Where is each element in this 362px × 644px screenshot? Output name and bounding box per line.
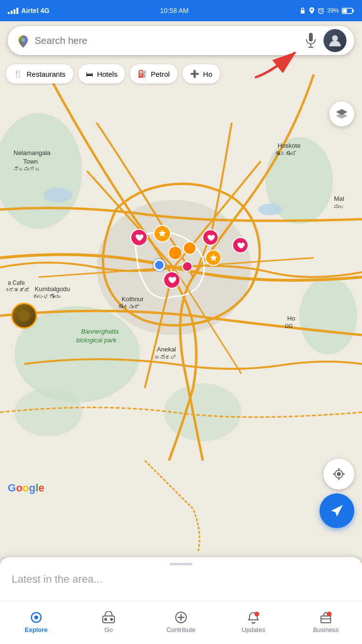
svg-point-34 [111,618,112,620]
map-label-biopark: biological park [76,336,116,344]
map-label-nelamangala: Nelamangala [14,149,51,156]
nav-go[interactable]: Go [72,607,145,633]
business-notification-dot [327,612,332,616]
map-label-ho-kn: ΩΩ [285,323,292,329]
svg-point-33 [105,618,107,620]
red-arrow-annotation [251,43,314,82]
category-hotels[interactable]: 🛏 Hotels [78,64,125,84]
nav-contribute[interactable]: Contribute [145,607,217,633]
map-label-cafe: a Cafe [8,280,25,286]
user-location-pin [153,259,165,271]
svg-point-20 [332,35,338,41]
hospital-icon: ➕ [190,70,199,78]
location-icon [309,7,315,14]
business-icon [319,611,333,624]
sheet-handle[interactable] [169,563,193,565]
heart-pin-4[interactable] [163,271,181,289]
svg-rect-3 [352,9,354,12]
carrier-info: Airtel 4G [8,7,49,14]
map-label-kothnur: Kothnur [122,295,144,303]
navigate-fab-button[interactable] [320,493,354,528]
nav-business[interactable]: Business [290,607,362,633]
category-restaurants[interactable]: 🍴 Restaurants [6,64,73,84]
nav-business-label: Business [313,626,339,633]
restaurants-label: Restaurants [27,70,66,78]
go-icon [102,611,115,624]
svg-rect-0 [301,10,305,14]
svg-point-15 [18,310,30,322]
alarm-icon [318,7,324,14]
map-label-nelamangala-kn: ನೆಲಮಂಗಲ [14,166,41,172]
my-location-button[interactable] [323,459,354,490]
map-label-anekal-kn: ಅನೇಕಲ್ [154,354,176,360]
lock-icon [299,7,306,14]
heart-pin-1[interactable] [130,229,148,246]
map-label-kumbalgodu: Kumbalgodu [35,285,70,293]
petrol-label: Petrol [151,70,169,78]
maps-logo [15,34,29,47]
battery-icon [342,8,354,14]
updates-icon [247,611,260,624]
google-logo: Google [8,482,44,494]
carrier-text: Airtel 4G [21,7,49,14]
user-avatar-button[interactable] [323,29,347,52]
petrol-icon: ⛽ [138,70,147,78]
battery-text: 39% [327,7,339,14]
restaurants-icon: 🍴 [14,70,23,78]
map-label-hoskote-kn: ಹೋಸಕೋಟೆ [274,151,296,156]
map-label-hoskote: Hoskote [278,142,301,149]
hotels-icon: 🛏 [86,70,93,78]
red-circle-pin[interactable] [182,261,193,272]
photo-thumbnail-pin[interactable] [11,303,37,329]
nav-updates-label: Updates [242,626,265,633]
orange-pin-1[interactable] [168,246,182,260]
map-label-mal: Mal [334,195,344,202]
category-hospital[interactable]: ➕ Ho [182,64,220,84]
bottom-nav: Explore Go Contribute [0,601,362,644]
map-container[interactable]: Chikkaballapur Nelamangala Town ನೆಲಮಂಗಲ … [0,21,362,557]
signal-icon [8,8,18,14]
status-bar: Airtel 4G 10:58 AM 39% [0,0,362,21]
svg-rect-4 [343,9,347,13]
map-label-cafe-kn: ಾಸ್ತಾ ಕೆಫೆ [6,287,29,293]
nav-explore[interactable]: Explore [0,607,72,633]
orange-pin-2[interactable] [183,241,196,255]
explore-icon [29,611,43,624]
svg-point-12 [43,188,72,202]
map-label-bannerghatta: Bannerghatta [81,328,119,335]
star-pin-2[interactable] [205,250,222,266]
star-pin-1[interactable] [153,225,171,242]
nav-explore-label: Explore [25,626,48,633]
svg-point-9 [299,277,357,354]
map-layer-button[interactable] [329,101,354,126]
nav-contribute-label: Contribute [167,626,195,633]
map-label-anekal: Anekal [157,346,176,353]
updates-notification-dot [254,612,259,616]
heart-pin-3[interactable] [232,237,249,253]
nav-go-label: Go [104,626,112,633]
status-time: 10:58 AM [160,7,189,14]
svg-point-11 [14,388,82,436]
category-petrol[interactable]: ⛽ Petrol [130,64,177,84]
svg-rect-17 [309,33,313,42]
sheet-title: Latest in the area... [0,569,362,589]
svg-point-24 [337,472,341,476]
svg-marker-23 [336,113,348,119]
heart-pin-2[interactable] [202,229,219,246]
svg-point-13 [258,204,282,215]
status-icons: 39% [299,7,354,14]
svg-point-30 [34,616,38,619]
map-label-kothnur-kn: ಕೋಠನೂರ್ [118,304,139,309]
contribute-icon [174,611,188,624]
map-label-kumbalgodu-kn: ಕುಂಬಳಗೋಡು [33,294,60,299]
hospital-label: Ho [203,70,212,78]
map-label-ho: Ho [287,315,295,322]
nav-updates[interactable]: Updates [217,607,290,633]
map-label-mal-kn: ಮಾಲ [334,204,345,210]
map-label-town: Town [23,158,38,165]
hotels-label: Hotels [97,70,118,78]
